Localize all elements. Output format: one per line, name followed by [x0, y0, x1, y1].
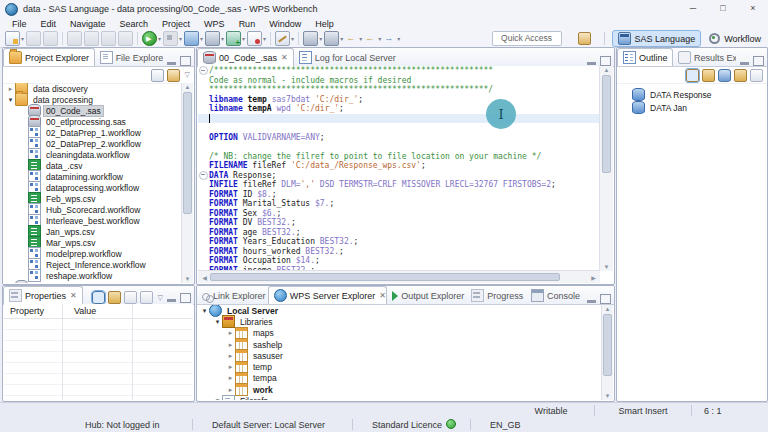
new-query-button[interactable]: ▾ — [205, 31, 224, 46]
tab-log-for-local-server[interactable]: Log for Local Server — [294, 49, 401, 66]
menu-window[interactable]: Window — [262, 19, 308, 29]
collapse-all-icon[interactable] — [151, 69, 164, 82]
tree-item-work[interactable]: ▸work — [198, 384, 602, 395]
code-line-17[interactable]: FORMAT DV BEST32.; — [198, 218, 600, 228]
fold-collapse-icon[interactable] — [199, 171, 208, 180]
perspective-workflow[interactable]: Workflow — [704, 32, 766, 45]
open-perspective-button[interactable] — [573, 31, 600, 46]
view-menu-icon[interactable]: ▽ — [158, 294, 163, 302]
code-editor[interactable]: /***************************************… — [198, 66, 600, 271]
expander-icon[interactable]: ▸ — [226, 341, 235, 349]
close-tab-icon[interactable]: ✕ — [281, 53, 288, 62]
code-line-19[interactable]: FORMAT Years_Education BEST32.; — [198, 237, 600, 247]
annotation-button[interactable]: ▾ — [303, 31, 322, 46]
edit-mode-button[interactable]: ▾ — [275, 31, 294, 46]
code-line-20[interactable]: FORMAT hours_worked BEST32.; — [198, 247, 600, 257]
view-menu-icon[interactable]: ▽ — [185, 71, 190, 79]
tree-item-filerefs[interactable]: ▾Filerefs — [198, 395, 602, 400]
filter-procs-icon[interactable] — [734, 69, 747, 82]
mark-button[interactable] — [118, 31, 133, 46]
column-header-value[interactable]: Value — [68, 304, 96, 318]
maximize-view-button[interactable] — [753, 56, 764, 66]
code-line-3[interactable]: ****************************************… — [198, 85, 600, 95]
filter-formats-icon[interactable] — [686, 69, 699, 82]
manage-keys-button[interactable]: ▾ — [247, 31, 266, 46]
menu-edit[interactable]: Edit — [34, 19, 64, 29]
new-button[interactable]: ▾ — [5, 31, 24, 46]
minimize-window-button[interactable]: ─ — [678, 0, 708, 18]
code-line-1[interactable]: /***************************************… — [198, 66, 600, 76]
column-header-property[interactable]: Property — [4, 304, 68, 318]
run-button[interactable]: ▾ — [142, 31, 161, 46]
code-line-10[interactable]: /* NB: change the filref to point to fil… — [198, 152, 600, 162]
editor-horizontal-scrollbar[interactable]: ◀ ▶ — [198, 270, 600, 283]
last-edit-button[interactable]: ▾ — [345, 32, 362, 45]
link-with-editor-icon[interactable] — [167, 69, 180, 82]
menu-file[interactable]: File — [5, 19, 34, 29]
code-line-12[interactable]: DATA Response; — [198, 171, 600, 181]
code-line-16[interactable]: FORMAT Sex $6.; — [198, 209, 600, 219]
stop-button[interactable]: ▾ — [163, 31, 182, 46]
new-workflow-button[interactable]: ▾ — [184, 31, 203, 46]
next-annotation-button[interactable]: ▾ — [324, 31, 343, 46]
code-line-21[interactable]: FORMAT Occupation $14.; — [198, 256, 600, 266]
code-line-15[interactable]: FORMAT Marital_Status $7.; — [198, 199, 600, 209]
tree-item-data-jan[interactable]: DATA Jan — [621, 101, 766, 114]
tab-console[interactable]: Console — [526, 287, 583, 304]
minimize-view-button[interactable] — [740, 57, 749, 65]
close-tab-icon[interactable]: ✕ — [70, 291, 77, 300]
expander-icon[interactable]: ▸ — [226, 374, 235, 382]
code-line-11[interactable]: FILENAME fileRef 'C:/data_/Response_wps.… — [198, 161, 600, 171]
server-explorer-scrollbar[interactable]: ▲ ▼ — [601, 305, 613, 400]
menu-wps[interactable]: WPS — [197, 19, 232, 29]
code-line-18[interactable]: FORMAT age BEST32.; — [198, 228, 600, 238]
fold-collapse-icon[interactable] — [199, 66, 208, 75]
menu-navigate[interactable]: Navigate — [63, 19, 113, 29]
tree-item-libraries[interactable]: ▾Libraries — [198, 316, 602, 327]
print-button[interactable] — [67, 31, 82, 46]
tab-outline[interactable]: Outline ✕ — [617, 48, 673, 66]
tree-item-local-server[interactable]: ▾Local Server — [198, 305, 602, 316]
menu-project[interactable]: Project — [155, 19, 197, 29]
code-line-14[interactable]: FORMAT ID $8.; — [198, 190, 600, 200]
back-button[interactable]: ▾ — [364, 32, 381, 45]
tree-item-sashelp[interactable]: ▸sashelp — [198, 339, 602, 350]
code-line-9[interactable] — [198, 142, 600, 152]
tree-item-reshape-workflow[interactable]: reshape.workflow — [4, 270, 182, 281]
code-line-5[interactable]: libname tempA wpd 'C:/dir_'; — [198, 104, 600, 114]
expander-icon[interactable]: ▸ — [226, 363, 235, 371]
project-explorer-scrollbar[interactable]: ▲ ▼ — [181, 83, 193, 283]
tab-results-explorer[interactable]: Results Ex... — [673, 49, 736, 66]
link-with-editor-icon[interactable] — [750, 69, 763, 82]
expander-icon[interactable]: ▾ — [200, 307, 209, 315]
code-line-2[interactable]: Code as normal - include macros if desir… — [198, 76, 600, 86]
code-line-8[interactable]: OPTION VALIDVARNAME=ANY; — [198, 133, 600, 143]
tree-item-sasuser[interactable]: ▸sasuser — [198, 350, 602, 361]
tab-properties[interactable]: Properties ✕ — [3, 286, 83, 304]
expander-icon[interactable]: ▸ — [226, 352, 235, 360]
tree-item-data-response[interactable]: DATA Response — [621, 88, 766, 101]
code-line-7[interactable] — [198, 123, 600, 133]
tree-item-maps[interactable]: ▸maps — [198, 328, 602, 339]
new-dataset-button[interactable]: ▾ — [226, 31, 245, 46]
show-advanced-icon[interactable] — [124, 291, 137, 304]
editor-vertical-scrollbar[interactable]: ▲ ▼ — [599, 66, 613, 271]
undo-button[interactable] — [84, 31, 99, 46]
tree-item-tempa[interactable]: ▸tempa — [198, 373, 602, 384]
expander-icon[interactable]: ▸ — [226, 329, 235, 337]
code-line-6[interactable] — [198, 114, 600, 124]
minimize-view-button[interactable] — [587, 57, 596, 65]
save-all-button[interactable] — [43, 31, 58, 46]
new-property-icon[interactable] — [140, 291, 153, 304]
close-tab-icon[interactable]: ✕ — [379, 291, 386, 300]
tab-progress[interactable]: Progress — [466, 287, 526, 304]
show-tree-icon[interactable] — [92, 291, 105, 304]
perspective-sas-language[interactable]: SAS Language — [612, 30, 702, 47]
code-line-13[interactable]: INFILE fileRef DLM=',' DSD TERMSTR=CRLF … — [198, 180, 600, 190]
tab-project-explorer[interactable]: Project Explorer ✕ — [3, 48, 95, 66]
expander-icon[interactable]: ▸ — [6, 85, 15, 93]
maximize-view-button[interactable] — [600, 56, 611, 66]
expander-icon[interactable]: ▾ — [213, 318, 222, 326]
forward-button[interactable]: ▾ — [383, 32, 400, 45]
tab-wps-server-explorer[interactable]: WPS Server Explorer✕ — [268, 286, 387, 304]
